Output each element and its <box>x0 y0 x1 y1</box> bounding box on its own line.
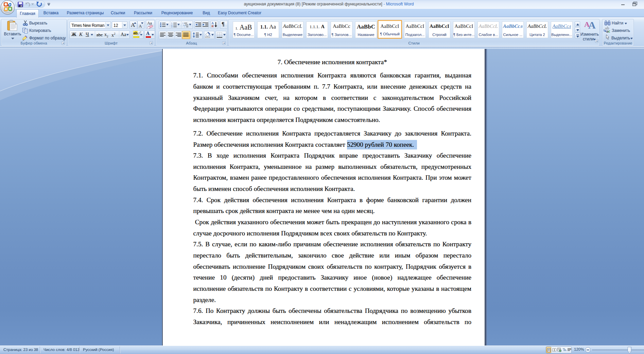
svg-text:3: 3 <box>171 26 172 28</box>
svg-text:i: i <box>185 26 185 28</box>
